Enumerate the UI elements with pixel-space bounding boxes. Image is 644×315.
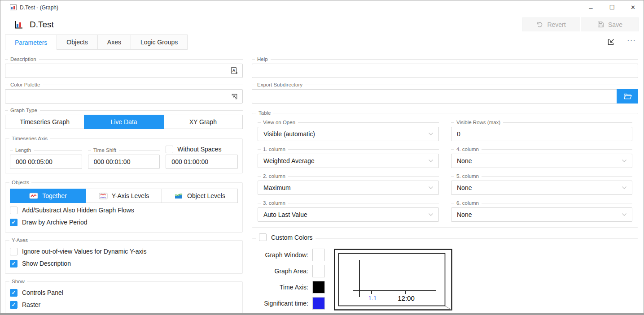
length-input[interactable] bbox=[10, 155, 82, 168]
graph-type-timeseries-button[interactable]: Timeseries Graph bbox=[5, 115, 84, 129]
tab-axes[interactable]: Axes bbox=[98, 35, 131, 50]
raster-checkbox[interactable] bbox=[10, 301, 18, 309]
minimize-button[interactable]: – bbox=[580, 0, 601, 14]
export-import-icon[interactable] bbox=[606, 38, 615, 47]
objects-group-label: Objects bbox=[9, 179, 31, 186]
objects-group: Objects Together bbox=[5, 182, 243, 233]
folder-icon bbox=[623, 93, 632, 100]
column-5-dropdown[interactable]: None bbox=[451, 181, 632, 195]
ignore-out-of-view-checkbox[interactable] bbox=[10, 248, 18, 255]
show-group: Show Controls Panel Raster Pointer bbox=[5, 281, 243, 313]
hidden-flows-row: Add/Substract Also Hidden Graph Flows bbox=[10, 205, 238, 215]
revert-icon bbox=[536, 21, 543, 28]
close-button[interactable]: ✕ bbox=[622, 0, 644, 14]
chevron-down-icon bbox=[622, 159, 627, 163]
graph-window-color-label: Graph Window: bbox=[258, 251, 308, 259]
save-icon bbox=[597, 21, 604, 28]
graph-area-color-label: Graph Area: bbox=[258, 268, 308, 275]
show-description-checkbox[interactable] bbox=[10, 260, 18, 268]
column-4-dropdown[interactable]: None bbox=[451, 154, 632, 168]
tab-logic-groups[interactable]: Logic Groups bbox=[131, 35, 188, 50]
objects-together-button[interactable]: Together bbox=[10, 189, 86, 203]
graph-type-xy-button[interactable]: XY Graph bbox=[163, 115, 243, 129]
add-text-icon[interactable]: A bbox=[226, 67, 242, 75]
column-2-label: 2. column bbox=[263, 173, 285, 179]
color-palette-label: Color Palette bbox=[5, 82, 243, 87]
help-input[interactable] bbox=[252, 64, 638, 78]
custom-colors-checkbox[interactable] bbox=[259, 233, 267, 241]
column-2-dropdown[interactable]: Maximum bbox=[258, 181, 439, 195]
description-field: Description A bbox=[5, 56, 243, 78]
objects-object-levels-button[interactable]: Object Levels bbox=[162, 189, 238, 203]
description-input[interactable] bbox=[5, 64, 226, 78]
without-spaces-input[interactable] bbox=[166, 155, 237, 168]
hidden-flows-checkbox[interactable] bbox=[10, 207, 18, 214]
graph-window-color-row: Graph Window: bbox=[258, 249, 325, 261]
chevron-down-icon bbox=[622, 213, 627, 216]
column-5-field: 5. column None bbox=[451, 173, 632, 195]
column-1-dropdown[interactable]: Weighted Average bbox=[258, 154, 439, 168]
significant-time-color-swatch[interactable] bbox=[312, 297, 325, 310]
time-axis-color-swatch[interactable] bbox=[312, 281, 325, 293]
pointer-row: Pointer bbox=[10, 312, 238, 313]
help-label: Help bbox=[252, 56, 638, 62]
maximize-button[interactable]: ☐ bbox=[601, 0, 622, 14]
help-field: Help bbox=[252, 56, 638, 78]
together-icon bbox=[29, 193, 38, 199]
column-3-label: 3. column bbox=[263, 200, 285, 206]
column-6-dropdown[interactable]: None bbox=[451, 207, 632, 222]
parameters-panel: Description A Color Palette bbox=[0, 50, 644, 313]
preview-time-label: 12:00 bbox=[398, 294, 415, 302]
app-window: D.Test - (Graph) – ☐ ✕ D.Test Revert bbox=[0, 0, 644, 315]
chevron-down-icon bbox=[622, 186, 627, 190]
objects-mode-segmented: Together Y-Axis Levels bbox=[10, 189, 238, 203]
archive-period-checkbox[interactable] bbox=[10, 219, 18, 226]
column-6-field: 6. column None bbox=[451, 200, 632, 222]
title-bar: D.Test - (Graph) – ☐ ✕ bbox=[0, 0, 644, 14]
objects-yaxis-levels-button[interactable]: Y-Axis Levels bbox=[86, 189, 162, 203]
preview-significant-time-label: 1.1 bbox=[368, 295, 377, 302]
graph-area-color-swatch[interactable] bbox=[312, 265, 325, 277]
chevron-down-icon bbox=[428, 159, 434, 163]
graph-type-label: Graph Type bbox=[5, 107, 243, 113]
view-on-open-dropdown[interactable]: Visible (automatic) bbox=[258, 127, 439, 141]
color-palette-field: Color Palette bbox=[5, 82, 243, 104]
save-label: Save bbox=[608, 21, 622, 28]
preview-inner-frame bbox=[339, 254, 445, 306]
y-axes-group: Y-Axes Ignore out-of-view Values for Dyn… bbox=[5, 240, 243, 274]
tab-parameters[interactable]: Parameters bbox=[5, 35, 57, 50]
window-controls: – ☐ ✕ bbox=[580, 0, 644, 14]
tab-objects[interactable]: Objects bbox=[57, 35, 97, 50]
window-icon bbox=[10, 4, 17, 10]
color-palette-input[interactable] bbox=[5, 90, 226, 103]
hidden-flows-label: Add/Substract Also Hidden Graph Flows bbox=[22, 207, 134, 214]
show-description-row: Show Description bbox=[10, 259, 238, 268]
time-axis-color-label: Time Axis: bbox=[258, 284, 308, 291]
custom-colors-legend: Custom Colors bbox=[256, 233, 315, 241]
save-button[interactable]: Save bbox=[581, 17, 639, 31]
length-label: Length bbox=[15, 147, 31, 153]
controls-panel-checkbox[interactable] bbox=[10, 289, 18, 297]
timeseries-axis-group: Timeseries Axis Length Time Shift Withou… bbox=[5, 138, 243, 173]
column-3-dropdown[interactable]: Auto Last Value bbox=[258, 207, 439, 222]
visible-rows-input[interactable] bbox=[451, 127, 632, 141]
description-label: Description bbox=[5, 56, 243, 62]
custom-colors-label: Custom Colors bbox=[271, 234, 313, 241]
archive-period-row: Draw by Archive Period bbox=[10, 217, 238, 227]
svg-text:A: A bbox=[232, 68, 236, 73]
pointer-checkbox[interactable] bbox=[10, 313, 18, 314]
browse-folder-button[interactable] bbox=[617, 89, 638, 104]
export-subdirectory-input[interactable] bbox=[252, 90, 617, 103]
graph-type-live-data-button[interactable]: Live Data bbox=[84, 115, 163, 129]
time-shift-input[interactable] bbox=[88, 155, 160, 168]
select-palette-icon[interactable] bbox=[226, 93, 242, 100]
length-field: Length bbox=[10, 147, 82, 169]
column-5-label: 5. column bbox=[456, 173, 479, 179]
more-options-icon[interactable]: ··· bbox=[627, 39, 636, 46]
revert-button[interactable]: Revert bbox=[522, 17, 580, 31]
show-group-label: Show bbox=[9, 278, 27, 285]
column-6-label: 6. column bbox=[456, 200, 479, 206]
without-spaces-checkbox[interactable] bbox=[166, 146, 173, 153]
timeseries-axis-group-label: Timeseries Axis bbox=[9, 135, 50, 142]
graph-window-color-swatch[interactable] bbox=[312, 249, 325, 261]
